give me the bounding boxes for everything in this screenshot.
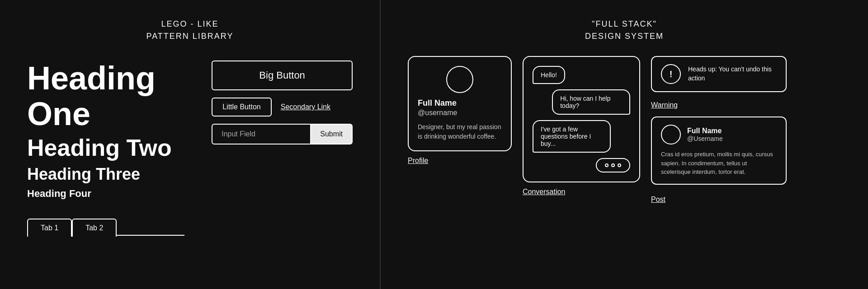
headings-column: Heading One Heading Two Heading Three He…	[27, 61, 184, 237]
chat-bubble-hello: Hello!	[533, 66, 565, 84]
right-panel: "FULL STACK" DESIGN SYSTEM Full Name @us…	[381, 0, 868, 289]
tabs-underline	[117, 235, 184, 236]
profile-card: Full Name @username Designer, but my rea…	[408, 56, 512, 151]
post-username: @Username	[687, 135, 723, 142]
profile-name: Full Name	[418, 98, 457, 108]
heading-two: Heading Two	[27, 134, 184, 162]
buttons-column: Big Button Little Button Secondary Link …	[212, 61, 353, 144]
right-cards-col-wrapper: ! Heads up: You can't undo this action W…	[651, 56, 787, 271]
post-avatar	[661, 125, 681, 144]
conversation-label[interactable]: Conversation	[523, 188, 565, 196]
cards-row: Full Name @username Designer, but my rea…	[408, 56, 841, 271]
chat-bubble-questions: I've got a few questions before I buy...	[533, 120, 611, 153]
dot-3	[618, 163, 621, 167]
warning-label[interactable]: Warning	[651, 101, 787, 109]
post-label[interactable]: Post	[651, 196, 787, 204]
input-field[interactable]	[212, 124, 311, 144]
post-body: Cras id eros pretium, mollis mi quis, cu…	[661, 150, 777, 177]
post-full-name: Full Name	[687, 127, 723, 135]
warning-card: ! Heads up: You can't undo this action	[651, 56, 787, 92]
heading-three: Heading Three	[27, 164, 184, 185]
right-cards-col: ! Heads up: You can't undo this action W…	[651, 56, 787, 204]
conversation-card: Hello! Hi, how can I help today? I've go…	[523, 56, 640, 182]
little-button[interactable]: Little Button	[212, 98, 272, 117]
submit-button[interactable]: Submit	[311, 124, 353, 144]
tabs-row: Tab 1 Tab 2	[27, 200, 184, 237]
profile-label[interactable]: Profile	[408, 157, 428, 165]
left-panel: LEGO - LIKE PATTERN LIBRARY Heading One …	[0, 0, 380, 289]
left-title: LEGO - LIKE PATTERN LIBRARY	[27, 18, 353, 42]
conversation-card-wrap: Hello! Hi, how can I help today? I've go…	[523, 56, 640, 271]
dot-2	[611, 163, 615, 167]
warning-icon: !	[661, 64, 681, 84]
chat-typing-indicator	[596, 158, 630, 172]
profile-avatar	[446, 66, 473, 93]
post-card-header: Full Name @Username	[661, 125, 777, 144]
big-button[interactable]: Big Button	[212, 61, 353, 90]
profile-username: @username	[418, 109, 457, 117]
right-title: "FULL STACK" DESIGN SYSTEM	[408, 18, 841, 42]
small-buttons-row: Little Button Secondary Link	[212, 98, 353, 117]
warning-text: Heads up: You can't undo this action	[688, 65, 777, 83]
post-author-info: Full Name @Username	[687, 127, 723, 142]
tab-2[interactable]: Tab 2	[72, 219, 117, 237]
heading-one: Heading One	[27, 61, 184, 132]
dot-1	[605, 163, 609, 167]
chat-bubble-help: Hi, how can I help today?	[552, 89, 630, 115]
tab-1[interactable]: Tab 1	[27, 219, 72, 237]
post-card: Full Name @Username Cras id eros pretium…	[651, 117, 787, 185]
input-row: Submit	[212, 124, 353, 144]
heading-four: Heading Four	[27, 187, 184, 201]
profile-card-wrap: Full Name @username Designer, but my rea…	[408, 56, 512, 271]
profile-bio: Designer, but my real passion is drinkin…	[418, 122, 502, 141]
secondary-link[interactable]: Secondary Link	[281, 103, 330, 111]
